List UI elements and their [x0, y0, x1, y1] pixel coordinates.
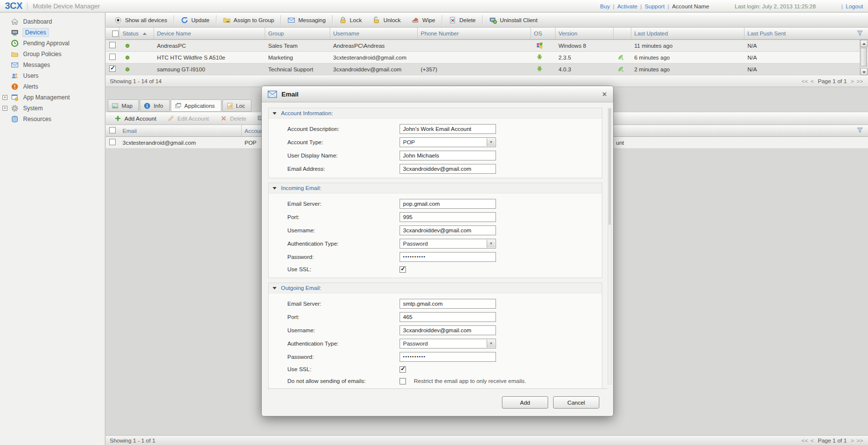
- row-checkbox[interactable]: [109, 139, 116, 145]
- update-button[interactable]: Update: [175, 14, 215, 26]
- showing-count: Showing 1 - 14 of 14: [110, 78, 162, 84]
- column-email[interactable]: Email: [120, 125, 242, 136]
- sidebar-item-alerts[interactable]: Alerts: [0, 81, 105, 92]
- scroll-down-button[interactable]: [860, 68, 868, 75]
- section-header[interactable]: Outgoing Email:: [269, 283, 602, 293]
- section-header[interactable]: Incoming Email:: [269, 183, 602, 193]
- column-last-push-sent[interactable]: Last Push Sent: [744, 28, 851, 39]
- column-username[interactable]: Username: [330, 28, 418, 39]
- sidebar-item-resources[interactable]: Resources: [0, 114, 105, 125]
- tab-applications[interactable]: Applications: [171, 99, 221, 112]
- row-checkbox[interactable]: [109, 42, 116, 48]
- buy-link[interactable]: Buy: [600, 3, 610, 9]
- push-signal-icon: [614, 65, 631, 73]
- incoming-use-ssl-checkbox[interactable]: [400, 266, 406, 273]
- tab-info[interactable]: Info: [140, 99, 169, 112]
- email-table-status-bar: Showing 1 - 1 of 1 << < Page 1 of 1 > >>: [106, 435, 868, 445]
- outgoing-username-input[interactable]: [400, 325, 496, 335]
- row-checkbox[interactable]: [109, 54, 116, 60]
- sidebar-item-dashboard[interactable]: Dashboard: [0, 16, 105, 27]
- column-last-updated[interactable]: Last Updated: [631, 28, 744, 39]
- prev-page-button[interactable]: <: [810, 78, 814, 84]
- expand-plus-icon[interactable]: [2, 95, 7, 100]
- scroll-up-button[interactable]: [860, 40, 868, 47]
- lock-button[interactable]: Lock: [334, 14, 367, 26]
- tab-location[interactable]: Loc: [222, 99, 252, 112]
- device-row-samsung-gt-i9100[interactable]: samsung GT-I9100 Technical Support 3cxan…: [106, 64, 868, 75]
- prev-page-button[interactable]: <: [810, 438, 814, 444]
- do-not-allow-sending-checkbox[interactable]: [400, 378, 406, 384]
- incoming-auth-type-select[interactable]: Password: [400, 239, 496, 249]
- expand-plus-icon[interactable]: [2, 106, 7, 111]
- sidebar-item-system[interactable]: System: [0, 103, 105, 114]
- logout-link[interactable]: Logout: [846, 3, 863, 9]
- device-row-andreaspc[interactable]: AndreasPC Sales Team AndreasPC\Andreas W…: [106, 40, 868, 52]
- email-address-input[interactable]: [400, 164, 496, 174]
- incoming-username-input[interactable]: [400, 225, 496, 235]
- messaging-icon: [287, 16, 295, 24]
- wipe-button[interactable]: Wipe: [406, 14, 440, 26]
- first-page-button[interactable]: <<: [802, 78, 808, 84]
- tab-map[interactable]: Map: [108, 99, 139, 112]
- first-page-button[interactable]: <<: [802, 438, 808, 444]
- windows-icon: [531, 41, 556, 50]
- topbar-links: Buy | Activate | Support | Account Name …: [600, 0, 863, 12]
- sidebar-item-group-policies[interactable]: Group Policies: [0, 49, 105, 60]
- email-select-all-checkbox[interactable]: [109, 127, 116, 133]
- uninstall-client-button[interactable]: Uninstall Client: [484, 14, 543, 26]
- column-group[interactable]: Group: [265, 28, 330, 39]
- edit-account-button: Edit Account: [162, 113, 215, 124]
- column-device-name[interactable]: Device Name: [154, 28, 265, 39]
- row-checkbox[interactable]: [109, 65, 116, 72]
- last-page-button[interactable]: >>: [857, 438, 863, 444]
- unlock-icon: [372, 16, 380, 24]
- column-phone-number[interactable]: Phone Number: [418, 28, 531, 39]
- filter-icon[interactable]: [851, 30, 868, 38]
- edit-pencil-icon: [167, 115, 175, 122]
- section-header[interactable]: Account Information:: [269, 108, 602, 119]
- add-button[interactable]: Add: [502, 396, 548, 409]
- sidebar-item-app-management[interactable]: App Management: [0, 92, 105, 103]
- android-icon: [531, 53, 556, 62]
- incoming-password-input[interactable]: [400, 252, 496, 262]
- next-page-button[interactable]: >: [851, 78, 854, 84]
- device-row-htc-wildfire[interactable]: HTC HTC Wildfire S A510e Marketing 3cxte…: [106, 52, 868, 64]
- app-window: 3CX Mobile Device Manager Buy | Activate…: [0, 0, 868, 445]
- unlock-button[interactable]: Unlock: [367, 14, 406, 26]
- outgoing-port-input[interactable]: [400, 312, 496, 322]
- column-status[interactable]: Status: [120, 28, 154, 39]
- sidebar-item-pending-approval[interactable]: Pending Approval: [0, 38, 105, 49]
- close-icon[interactable]: [602, 91, 607, 98]
- column-version[interactable]: Version: [556, 28, 614, 39]
- account-description-input[interactable]: [400, 124, 496, 134]
- show-all-devices-button[interactable]: Show all devices: [109, 14, 173, 26]
- support-link[interactable]: Support: [645, 3, 664, 9]
- add-account-button[interactable]: Add Account: [109, 113, 162, 124]
- outgoing-auth-type-select[interactable]: Password: [400, 339, 496, 349]
- assign-to-group-button[interactable]: Assign to Group: [217, 14, 279, 26]
- cancel-button[interactable]: Cancel: [553, 396, 599, 409]
- column-os[interactable]: OS: [531, 28, 556, 39]
- scrollbar-thumb[interactable]: [609, 109, 611, 224]
- last-page-button[interactable]: >>: [857, 78, 863, 84]
- select-all-checkbox[interactable]: [112, 31, 119, 37]
- filter-icon[interactable]: [851, 127, 868, 135]
- incoming-server-input[interactable]: [400, 199, 496, 209]
- sidebar-item-users[interactable]: Users: [0, 70, 105, 81]
- activate-link[interactable]: Activate: [617, 3, 637, 9]
- outgoing-use-ssl-checkbox[interactable]: [400, 366, 406, 373]
- alerts-icon: [11, 83, 19, 91]
- next-page-button[interactable]: >: [851, 438, 854, 444]
- messaging-button[interactable]: Messaging: [282, 14, 331, 26]
- delete-button[interactable]: Delete: [443, 14, 481, 26]
- scrollbar-thumb[interactable]: [861, 48, 867, 66]
- sidebar-item-devices[interactable]: Devices: [0, 27, 105, 38]
- incoming-port-input[interactable]: [400, 212, 496, 222]
- field-label: Email Server:: [287, 201, 400, 207]
- account-type-select[interactable]: POP: [400, 137, 496, 147]
- last-login: Last login: July 2, 2013 11:25:28: [735, 3, 816, 9]
- user-display-name-input[interactable]: [400, 151, 496, 160]
- outgoing-password-input[interactable]: [400, 352, 496, 362]
- outgoing-server-input[interactable]: [400, 299, 496, 309]
- sidebar-item-messages[interactable]: Messages: [0, 60, 105, 70]
